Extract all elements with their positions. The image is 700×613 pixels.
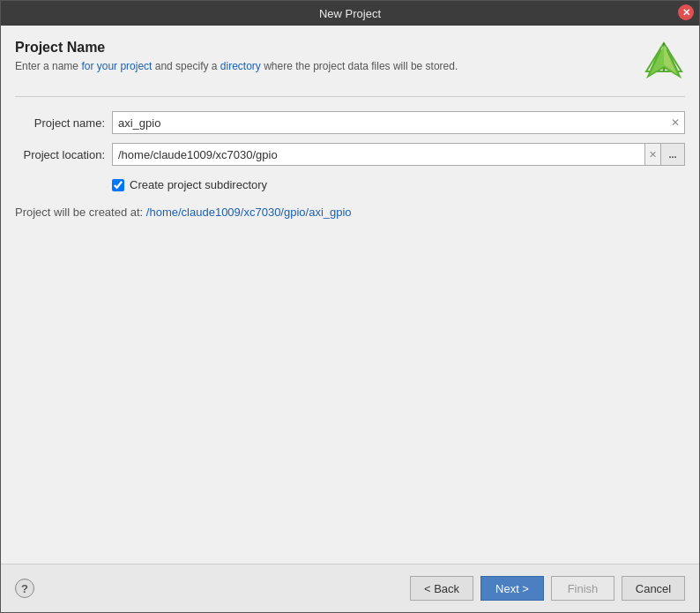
app-logo [643, 40, 685, 82]
next-button[interactable]: Next > [480, 576, 544, 601]
create-subdirectory-checkbox[interactable] [112, 179, 124, 191]
bottom-left: ? [15, 579, 34, 598]
project-location-label: Project location: [15, 148, 112, 161]
create-subdirectory-label[interactable]: Create project subdirectory [130, 178, 267, 191]
form-section: Project name: ✕ Project location: ✕ ... [15, 111, 685, 219]
content-area: Project Name Enter a name for your proje… [1, 26, 699, 564]
cancel-button[interactable]: Cancel [622, 576, 685, 601]
project-location-input[interactable] [112, 143, 660, 166]
subtitle-blue2: directory [220, 60, 261, 72]
project-name-row: Project name: ✕ [15, 111, 685, 134]
project-name-clear-button[interactable]: ✕ [667, 115, 683, 131]
checkbox-row: Create project subdirectory [112, 178, 685, 191]
finish-button[interactable]: Finish [551, 576, 614, 601]
dialog-window: New Project ✕ Project Name Enter a name … [0, 0, 700, 613]
subtitle-plain3: where the project data files will be sto… [261, 60, 458, 72]
project-location-row: Project location: ✕ ... [15, 143, 685, 166]
project-location-label-text: Project location: [24, 148, 106, 161]
header-subtitle: Enter a name for your project and specif… [15, 59, 634, 74]
bottom-bar: ? < Back Next > Finish Cancel [1, 564, 699, 612]
title-bar: New Project ✕ [1, 1, 699, 26]
project-path-prefix: Project will be created at: [15, 206, 146, 219]
help-button[interactable]: ? [15, 579, 34, 598]
header-divider [15, 96, 685, 97]
project-name-label: Project name: [15, 116, 112, 130]
header-section: Project Name Enter a name for your proje… [15, 40, 685, 82]
project-name-input[interactable] [112, 111, 685, 134]
back-button[interactable]: < Back [410, 576, 473, 601]
header-text: Project Name Enter a name for your proje… [15, 40, 634, 74]
logo-area [643, 40, 685, 82]
window-title: New Project [319, 7, 381, 20]
location-clear-button[interactable]: ✕ [644, 143, 660, 166]
subtitle-plain2: and specify a [152, 60, 220, 72]
project-location-input-wrapper: ✕ ... [112, 143, 685, 166]
subtitle-blue1: for your project [81, 60, 152, 72]
close-button[interactable]: ✕ [678, 4, 694, 20]
project-name-input-wrapper: ✕ [112, 111, 685, 134]
project-path-row: Project will be created at: /home/claude… [15, 206, 685, 219]
browse-button[interactable]: ... [660, 143, 685, 166]
project-name-label-text: Project name: [34, 116, 105, 130]
subtitle-plain1: Enter a name [15, 60, 81, 72]
page-title: Project Name [15, 40, 634, 56]
bottom-right: < Back Next > Finish Cancel [410, 576, 685, 601]
project-path-value: /home/claude1009/xc7030/gpio/axi_gpio [146, 206, 352, 219]
